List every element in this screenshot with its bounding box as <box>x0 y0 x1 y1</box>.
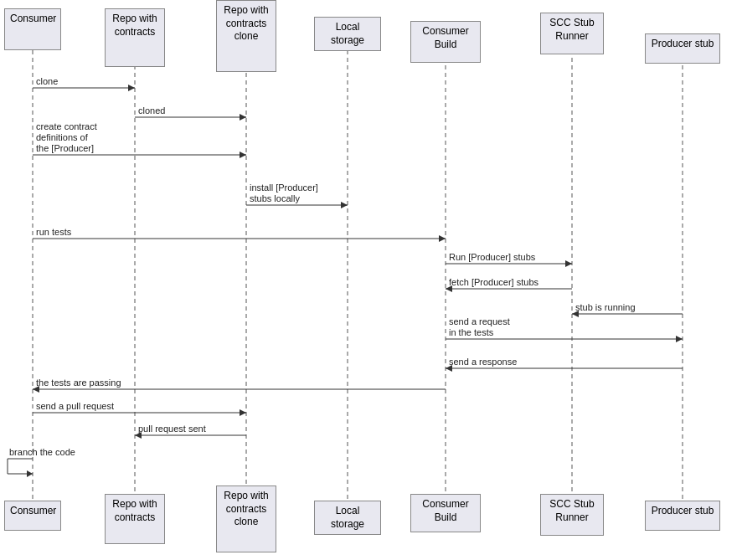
svg-marker-8 <box>128 85 135 91</box>
actor-bottom-repo-clone-b: Repo with contracts clone <box>216 486 276 552</box>
svg-text:the tests are passing: the tests are passing <box>36 378 121 388</box>
svg-text:send a pull request: send a pull request <box>36 401 114 411</box>
actor-bottom-repo-contracts-b: Repo with contracts <box>105 494 165 544</box>
svg-marker-26 <box>565 260 572 267</box>
svg-marker-48 <box>135 432 142 439</box>
svg-text:branch the code: branch the code <box>9 447 75 457</box>
svg-text:send a request: send a request <box>449 316 510 326</box>
actor-scc-stub: SCC Stub Runner <box>540 13 604 54</box>
actor-repo-contracts: Repo with contracts <box>105 8 165 67</box>
svg-text:install [Producer]: install [Producer] <box>250 182 318 193</box>
svg-marker-14 <box>240 152 246 158</box>
svg-marker-50 <box>27 470 33 477</box>
actor-consumer-build: Consumer Build <box>410 21 481 63</box>
actor-producer-stub: Producer stub <box>645 33 720 64</box>
actor-bottom-consumer-b: Consumer <box>4 501 61 531</box>
svg-text:send a response: send a response <box>449 357 517 367</box>
svg-marker-45 <box>240 409 246 416</box>
svg-text:stub is running: stub is running <box>575 302 636 312</box>
svg-text:create contract: create contract <box>36 121 97 131</box>
svg-text:fetch [Producer] stubs: fetch [Producer] stubs <box>449 277 538 287</box>
svg-text:run tests: run tests <box>36 227 72 237</box>
svg-text:pull request sent: pull request sent <box>138 424 206 434</box>
actor-repo-clone: Repo with contracts clone <box>216 0 276 72</box>
svg-marker-29 <box>446 285 452 292</box>
actor-bottom-scc-stub-b: SCC Stub Runner <box>540 494 604 536</box>
svg-marker-11 <box>240 114 246 121</box>
svg-text:Run [Producer] stubs: Run [Producer] stubs <box>449 252 536 262</box>
actor-consumer: Consumer <box>4 8 61 50</box>
svg-text:the [Producer]: the [Producer] <box>36 143 94 153</box>
svg-text:stubs locally: stubs locally <box>250 193 300 203</box>
sequence-diagram: cloneclonedcreate contractdefinitions of… <box>0 0 742 560</box>
svg-marker-23 <box>439 235 446 242</box>
svg-text:clone: clone <box>36 76 58 86</box>
svg-text:cloned: cloned <box>138 105 165 116</box>
actor-bottom-consumer-build-b: Consumer Build <box>410 494 481 532</box>
actor-bottom-producer-stub-b: Producer stub <box>645 501 720 531</box>
svg-marker-42 <box>33 386 39 393</box>
svg-marker-35 <box>676 336 683 342</box>
svg-text:definitions of: definitions of <box>36 132 89 142</box>
svg-marker-32 <box>572 311 579 317</box>
actor-bottom-local-storage-b: Local storage <box>314 501 381 535</box>
svg-marker-39 <box>446 365 452 372</box>
svg-text:in the tests: in the tests <box>449 327 494 337</box>
svg-marker-19 <box>341 202 348 208</box>
actor-local-storage: Local storage <box>314 17 381 51</box>
